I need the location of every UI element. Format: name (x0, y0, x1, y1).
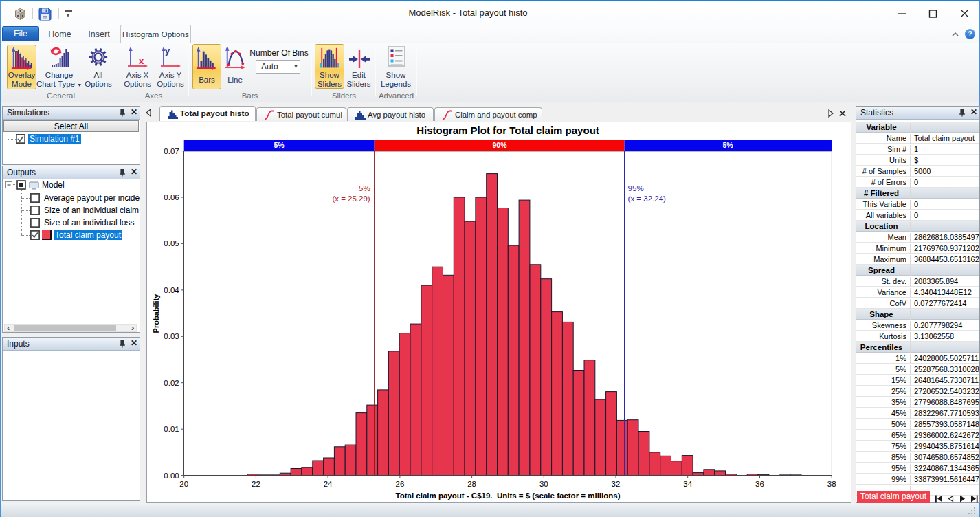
svg-text:y: y (165, 45, 170, 56)
svg-text:0.07: 0.07 (164, 147, 179, 155)
svg-text:0.01: 0.01 (164, 425, 179, 433)
svg-text:5%: 5% (722, 141, 733, 149)
svg-text:20: 20 (179, 480, 188, 488)
svg-text:95%: 95% (628, 184, 644, 192)
svg-text:22: 22 (252, 480, 260, 488)
svg-text:90%: 90% (492, 141, 507, 149)
svg-text:0.05: 0.05 (164, 239, 179, 248)
svg-text:28: 28 (467, 480, 476, 488)
svg-text:5%: 5% (359, 184, 370, 192)
svg-text:38: 38 (827, 480, 836, 488)
svg-text:0.04: 0.04 (164, 286, 179, 294)
svg-text:Probability: Probability (152, 294, 160, 333)
svg-text:30: 30 (539, 480, 548, 488)
svg-text:(x = 32.24): (x = 32.24) (628, 195, 666, 203)
svg-text:Histogram Plot for Total claim: Histogram Plot for Total claim payout (416, 124, 599, 136)
svg-text:0.03: 0.03 (164, 332, 179, 340)
svg-text:Total claim payout - C$19. Un: Total claim payout - C$19. Units = $ (sc… (396, 492, 621, 500)
svg-text:0.00: 0.00 (164, 472, 179, 480)
svg-text:24: 24 (324, 480, 333, 488)
svg-text:36: 36 (755, 480, 764, 488)
svg-text:5%: 5% (274, 141, 285, 149)
svg-text:34: 34 (683, 480, 692, 488)
svg-text:26: 26 (396, 480, 405, 488)
svg-text:32: 32 (612, 480, 621, 488)
svg-text:0.06: 0.06 (164, 193, 179, 201)
svg-text:(x = 25.29): (x = 25.29) (332, 195, 370, 203)
svg-text:0.02: 0.02 (164, 379, 179, 387)
svg-text:x: x (139, 56, 144, 66)
